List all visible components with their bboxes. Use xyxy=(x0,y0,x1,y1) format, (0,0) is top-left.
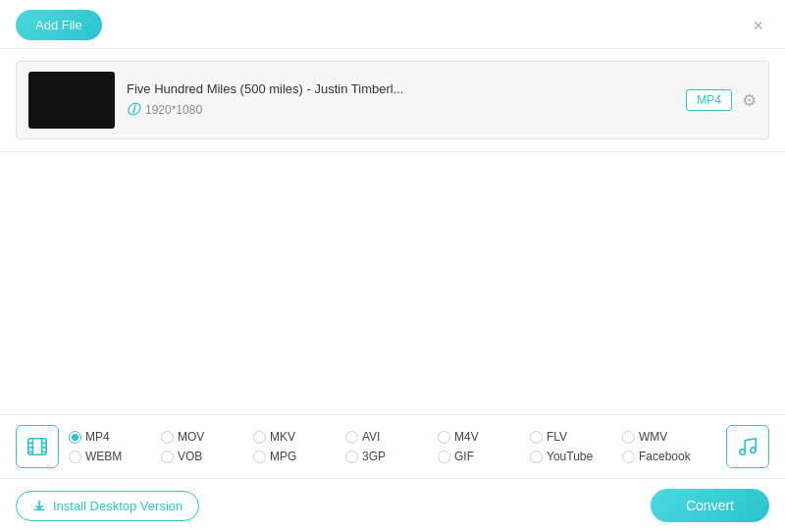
radio-facebook xyxy=(622,451,635,463)
format-option-mpg[interactable]: MPG xyxy=(253,450,341,463)
format-label-mp4: MP4 xyxy=(85,430,110,444)
format-label-mkv: MKV xyxy=(270,430,295,444)
format-label-youtube: YouTube xyxy=(547,450,593,463)
radio-avi xyxy=(345,431,358,444)
radio-vob xyxy=(161,451,174,463)
bottom-panel: MP4MOVMKVAVIM4VFLVWMVWEBMVOBMPG3GPGIFYou… xyxy=(0,414,785,532)
install-button[interactable]: Install Desktop Version xyxy=(16,491,199,521)
radio-gif xyxy=(438,451,450,463)
format-option-m4v[interactable]: M4V xyxy=(438,430,526,444)
music-icon[interactable] xyxy=(726,425,769,468)
file-title: Five Hundred Miles (500 miles) - Justin … xyxy=(127,81,674,96)
radio-flv xyxy=(530,431,543,444)
format-label-facebook: Facebook xyxy=(639,450,691,463)
radio-mpg xyxy=(253,451,266,463)
convert-button[interactable]: Convert xyxy=(651,489,769,522)
install-label: Install Desktop Version xyxy=(53,499,183,513)
file-thumbnail xyxy=(28,72,115,129)
radio-m4v xyxy=(438,431,450,444)
format-label-wmv: WMV xyxy=(639,430,667,444)
format-badge-button[interactable]: MP4 xyxy=(686,89,732,111)
format-label-mov: MOV xyxy=(178,430,204,444)
format-option-webm[interactable]: WEBM xyxy=(69,450,157,463)
add-file-button[interactable]: Add File xyxy=(16,10,102,40)
close-button[interactable]: × xyxy=(747,15,769,36)
format-option-vob[interactable]: VOB xyxy=(161,450,249,463)
format-label-vob: VOB xyxy=(178,450,202,463)
format-label-3gp: 3GP xyxy=(362,450,386,463)
format-label-m4v: M4V xyxy=(454,430,479,444)
format-grid: MP4MOVMKVAVIM4VFLVWMVWEBMVOBMPG3GPGIFYou… xyxy=(69,430,710,463)
radio-wmv xyxy=(622,431,635,444)
top-bar: Add File × xyxy=(0,0,785,49)
file-list-area: Five Hundred Miles (500 miles) - Justin … xyxy=(0,49,785,152)
format-option-flv[interactable]: FLV xyxy=(530,430,618,444)
file-actions: MP4 ⚙ xyxy=(686,89,757,111)
svg-point-10 xyxy=(751,448,757,453)
format-option-mp4[interactable]: MP4 xyxy=(69,430,157,444)
radio-webm xyxy=(69,451,81,463)
format-label-mpg: MPG xyxy=(270,450,296,463)
format-option-wmv[interactable]: WMV xyxy=(622,430,710,444)
file-item: Five Hundred Miles (500 miles) - Justin … xyxy=(16,61,769,139)
file-resolution: 1920*1080 xyxy=(145,103,202,117)
format-option-gif[interactable]: GIF xyxy=(438,450,526,463)
file-meta: ⓘ 1920*1080 xyxy=(127,101,674,119)
format-option-avi[interactable]: AVI xyxy=(345,430,434,444)
action-bar: Install Desktop Version Convert xyxy=(0,479,785,532)
file-info: Five Hundred Miles (500 miles) - Justin … xyxy=(127,81,674,119)
radio-3gp xyxy=(345,451,358,463)
format-option-mov[interactable]: MOV xyxy=(161,430,249,444)
format-option-mkv[interactable]: MKV xyxy=(253,430,341,444)
format-option-facebook[interactable]: Facebook xyxy=(622,450,710,463)
format-option-youtube[interactable]: YouTube xyxy=(530,450,618,463)
format-label-gif: GIF xyxy=(454,450,474,463)
radio-mkv xyxy=(253,431,266,444)
format-option-3gp[interactable]: 3GP xyxy=(345,450,434,463)
radio-mov xyxy=(161,431,174,444)
radio-youtube xyxy=(530,451,543,463)
format-selector: MP4MOVMKVAVIM4VFLVWMVWEBMVOBMPG3GPGIFYou… xyxy=(0,415,785,479)
film-icon[interactable] xyxy=(16,425,59,468)
empty-area xyxy=(0,152,785,358)
format-label-avi: AVI xyxy=(362,430,380,444)
radio-mp4 xyxy=(69,431,81,444)
info-icon: ⓘ xyxy=(127,101,139,119)
svg-point-9 xyxy=(740,450,746,455)
download-icon xyxy=(32,499,46,512)
settings-icon[interactable]: ⚙ xyxy=(742,90,757,111)
format-label-flv: FLV xyxy=(547,430,567,444)
format-label-webm: WEBM xyxy=(85,450,122,463)
